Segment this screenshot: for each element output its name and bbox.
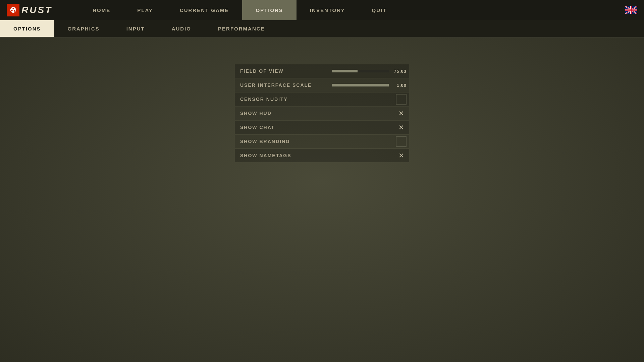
option-row-show-nametags: SHOW NAMETAGS ✕ <box>235 149 409 162</box>
nav-item-home[interactable]: HOME <box>79 0 124 20</box>
nav-item-inventory[interactable]: INVENTORY <box>297 0 359 20</box>
nav-items: HOME PLAY CURRENT GAME OPTIONS INVENTORY… <box>79 0 625 20</box>
tab-performance[interactable]: PERFORMANCE <box>205 20 278 37</box>
sub-navigation: OPTIONS GRAPHICS INPUT AUDIO PERFORMANCE <box>0 20 644 38</box>
show-hud-checkbox[interactable]: ✕ <box>396 108 407 119</box>
show-branding-control[interactable] <box>332 136 409 147</box>
show-nametags-control[interactable]: ✕ <box>332 150 409 161</box>
logo-text: RUST <box>21 5 52 15</box>
fov-slider-track[interactable] <box>332 70 389 72</box>
nav-item-options[interactable]: OPTIONS <box>242 0 297 20</box>
censor-nudity-control[interactable] <box>332 94 409 105</box>
fov-control[interactable]: 75.03 <box>332 69 409 74</box>
rust-logo-icon: ☢ <box>7 4 19 16</box>
tab-audio[interactable]: AUDIO <box>158 20 205 37</box>
nav-item-current-game[interactable]: CURRENT GAME <box>166 0 243 20</box>
censor-nudity-label: CENSOR NUDITY <box>235 97 332 102</box>
ui-scale-slider-track[interactable] <box>332 84 389 86</box>
option-row-show-branding: SHOW BRANDING <box>235 135 409 148</box>
flag-icon <box>625 6 637 14</box>
tab-input[interactable]: INPUT <box>113 20 158 37</box>
show-chat-checkbox[interactable]: ✕ <box>396 122 407 133</box>
show-hud-label: SHOW HUD <box>235 111 332 116</box>
svg-text:☢: ☢ <box>10 6 16 14</box>
tab-options[interactable]: OPTIONS <box>0 20 54 37</box>
show-hud-control[interactable]: ✕ <box>332 108 409 119</box>
option-row-censor-nudity: CENSOR NUDITY <box>235 93 409 106</box>
logo: ☢ RUST <box>7 4 52 16</box>
ui-scale-label: USER INTERFACE SCALE <box>235 82 332 88</box>
nav-item-quit[interactable]: QUIT <box>359 0 400 20</box>
nav-item-play[interactable]: PLAY <box>124 0 166 20</box>
censor-nudity-checkbox[interactable] <box>396 94 407 105</box>
option-row-ui-scale: USER INTERFACE SCALE 1.00 <box>235 78 409 92</box>
show-branding-checkbox[interactable] <box>396 136 407 147</box>
option-row-fov: FIELD OF VIEW 75.03 <box>235 64 409 78</box>
ui-scale-value: 1.00 <box>391 83 407 88</box>
show-chat-control[interactable]: ✕ <box>332 122 409 133</box>
show-chat-label: SHOW CHAT <box>235 125 332 130</box>
show-branding-label: SHOW BRANDING <box>235 139 332 144</box>
option-row-show-chat: SHOW CHAT ✕ <box>235 121 409 134</box>
tab-graphics[interactable]: GRAPHICS <box>54 20 113 37</box>
fov-value: 75.03 <box>391 69 407 74</box>
fov-slider-fill <box>332 70 358 72</box>
main-content: FIELD OF VIEW 75.03 USER INTERFACE SCALE… <box>0 38 644 362</box>
show-nametags-label: SHOW NAMETAGS <box>235 153 332 158</box>
fov-label: FIELD OF VIEW <box>235 68 332 74</box>
ui-scale-control[interactable]: 1.00 <box>332 83 409 88</box>
top-navigation: ☢ RUST HOME PLAY CURRENT GAME OPTIONS IN… <box>0 0 644 20</box>
options-panel: FIELD OF VIEW 75.03 USER INTERFACE SCALE… <box>235 64 409 163</box>
show-nametags-checkbox[interactable]: ✕ <box>396 150 407 161</box>
option-row-show-hud: SHOW HUD ✕ <box>235 107 409 120</box>
ui-scale-slider-fill <box>332 84 389 86</box>
